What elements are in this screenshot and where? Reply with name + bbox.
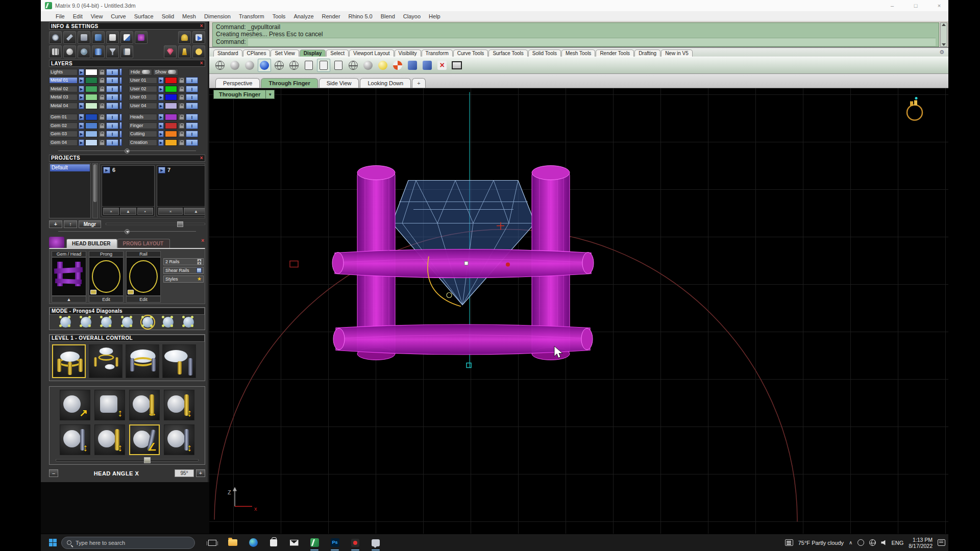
projects-list[interactable]: Default (49, 163, 91, 218)
layer-current-toggle[interactable]: I (186, 114, 198, 120)
gem-head-thumbnail[interactable] (52, 257, 86, 296)
menu-analyze[interactable]: Analyze (290, 13, 317, 20)
layer-name[interactable]: Metal 04 (49, 103, 78, 109)
prong-mode-2-icon[interactable] (81, 317, 91, 328)
ribbon-tab-new-in-v5[interactable]: New in V5 (661, 49, 693, 57)
close-icon[interactable]: × (200, 24, 203, 28)
viewport-name[interactable]: Through Finger (213, 90, 266, 99)
lock-icon[interactable] (178, 77, 185, 84)
network-globe-icon[interactable] (869, 539, 876, 546)
menu-edit[interactable]: Edit (69, 13, 86, 20)
scroll-up-icon[interactable] (942, 23, 946, 26)
layer-color-swatch[interactable] (85, 86, 97, 92)
layer-expand-icon[interactable]: ▶ (79, 69, 84, 76)
layer-current-toggle[interactable]: I (186, 131, 198, 137)
shear-rails-checkbox[interactable] (197, 268, 202, 273)
layer-scroll-strip[interactable] (119, 139, 122, 146)
ribbon-tab-mesh-tools[interactable]: Mesh Tools (561, 49, 595, 57)
viewport-tab-perspective[interactable]: Perspective (215, 78, 260, 88)
bell-icon[interactable] (178, 31, 191, 44)
ribbon-tab-render-tools[interactable]: Render Tools (596, 49, 634, 57)
lock-icon[interactable] (99, 77, 105, 84)
layer-expand-icon[interactable]: ▶ (79, 131, 84, 137)
styles-row[interactable]: Styles ★ (163, 276, 204, 283)
coins-icon[interactable] (192, 45, 205, 58)
layer-name[interactable]: Metal 02 (49, 86, 78, 92)
layer-name[interactable]: User 04 (129, 103, 157, 109)
ruby-gem-icon[interactable] (164, 45, 177, 58)
layer-name[interactable]: Heads (129, 114, 157, 120)
filter-icon[interactable] (106, 45, 119, 58)
lock-icon[interactable] (99, 114, 105, 120)
viewport-label[interactable]: Through Finger ▼ (213, 90, 275, 99)
ghosted-display-icon[interactable] (243, 59, 256, 72)
layer-expand-icon[interactable]: ▶ (79, 122, 84, 129)
prong-thumbnail[interactable] (89, 257, 124, 296)
taskbar-search[interactable]: Type here to search (61, 537, 195, 549)
layout-grid-icon[interactable] (49, 45, 62, 58)
file-explorer-button[interactable] (223, 534, 243, 551)
ribbon-tab-drafting[interactable]: Drafting (634, 49, 660, 57)
layer-current-toggle[interactable]: I (106, 139, 118, 146)
gold-sphere-icon[interactable] (376, 59, 389, 72)
layer-color-swatch[interactable] (165, 103, 177, 109)
head-style-4-thumbnail[interactable] (162, 344, 196, 378)
people-icon[interactable] (857, 539, 864, 546)
prong-preview[interactable]: Prong Edit (89, 251, 124, 303)
camera-icon[interactable] (406, 59, 419, 72)
fullscreen-monitor-icon[interactable] (450, 59, 463, 72)
news-icon[interactable] (785, 539, 793, 546)
edge-button[interactable] (243, 534, 263, 551)
layer-name[interactable]: Finger (129, 122, 157, 129)
collapse-icon[interactable] (125, 148, 130, 154)
layer-color-swatch[interactable] (85, 139, 97, 146)
layer-current-toggle[interactable]: I (106, 131, 118, 137)
layer-expand-icon[interactable]: ▶ (79, 114, 84, 120)
shaded-display-icon[interactable] (228, 59, 241, 72)
head-style-2-thumbnail[interactable] (89, 344, 122, 378)
menu-help[interactable]: Help (425, 13, 444, 20)
photoshop-button[interactable]: Ps (325, 534, 345, 551)
prong-mode-7-icon[interactable] (183, 317, 194, 328)
menu-surface[interactable]: Surface (131, 13, 157, 20)
cylinder-icon[interactable] (92, 45, 105, 58)
layer-current-toggle[interactable]: I (186, 122, 198, 129)
layer-color-swatch[interactable] (85, 77, 97, 84)
prong-edit-button[interactable]: Edit (89, 296, 124, 303)
maximize-button[interactable]: □ (911, 3, 921, 9)
menu-render[interactable]: Render (318, 13, 344, 20)
layer-expand-icon[interactable]: ▶ (158, 86, 164, 92)
layer-color-swatch[interactable] (165, 114, 177, 120)
ribbon-tab-viewport-layout[interactable]: Viewport Layout (349, 49, 394, 57)
layer-scroll-strip[interactable] (119, 122, 122, 129)
close-icon[interactable]: × (200, 61, 203, 65)
layer-color-swatch[interactable] (85, 122, 97, 129)
layer-current-toggle[interactable]: I (106, 114, 118, 120)
layer-expand-icon[interactable]: ▶ (158, 139, 164, 146)
lock-icon[interactable] (178, 114, 185, 120)
layer-name[interactable]: Metal 01 (49, 77, 78, 84)
slider-handle[interactable] (144, 457, 151, 463)
layer-name[interactable]: User 03 (129, 94, 157, 101)
slot-restore-button[interactable]: ▲ (120, 208, 136, 215)
layer-color-swatch[interactable] (165, 77, 177, 84)
viewport-tab-through-finger[interactable]: Through Finger (261, 78, 317, 88)
layer-expand-icon[interactable]: ▶ (158, 114, 164, 120)
layer-current-toggle[interactable]: I (106, 77, 118, 84)
close-button[interactable]: × (934, 3, 944, 9)
layer-current-toggle[interactable]: I (186, 103, 198, 109)
prong-tilt-icon[interactable]: ↕ (164, 424, 194, 455)
layer-scroll-strip[interactable] (119, 77, 122, 84)
lock-icon[interactable] (178, 86, 185, 92)
command-scrollbar[interactable] (940, 22, 947, 47)
shear-rails-row[interactable]: Shear Rails (163, 267, 204, 274)
matrix-taskbar-button[interactable] (304, 534, 325, 551)
angle-increase-button[interactable]: + (196, 469, 205, 477)
gear-icon[interactable]: ⚙ (939, 49, 944, 56)
store-button[interactable] (263, 534, 284, 551)
notes-icon[interactable] (120, 45, 133, 58)
tab-prong-layout[interactable]: PRONG LAYOUT (117, 239, 170, 248)
project-manager-button[interactable]: Mngr (79, 220, 101, 228)
prong-mode-6-icon[interactable] (163, 317, 174, 328)
collapse-icon[interactable] (125, 229, 130, 234)
